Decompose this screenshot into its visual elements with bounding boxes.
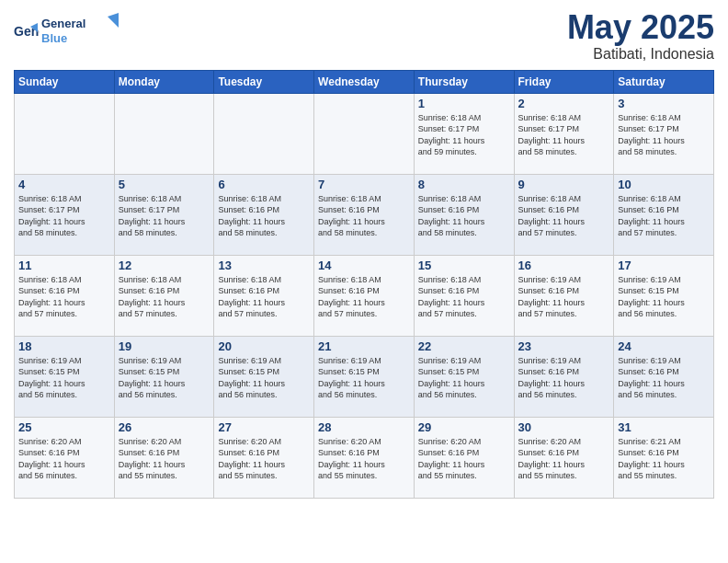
day-number: 17 [618, 259, 710, 272]
day-info: Sunrise: 6:18 AM Sunset: 6:17 PM Dayligh… [618, 112, 710, 158]
day-info: Sunrise: 6:18 AM Sunset: 6:16 PM Dayligh… [18, 274, 110, 320]
table-row [114, 93, 214, 174]
table-row: 3Sunrise: 6:18 AM Sunset: 6:17 PM Daylig… [614, 93, 714, 174]
col-monday: Monday [114, 70, 214, 93]
day-info: Sunrise: 6:18 AM Sunset: 6:16 PM Dayligh… [618, 193, 710, 239]
table-row: 27Sunrise: 6:20 AM Sunset: 6:16 PM Dayli… [214, 417, 314, 498]
day-number: 7 [318, 178, 410, 191]
day-info: Sunrise: 6:19 AM Sunset: 6:15 PM Dayligh… [218, 355, 310, 401]
table-row: 12Sunrise: 6:18 AM Sunset: 6:16 PM Dayli… [114, 255, 214, 336]
day-number: 22 [418, 339, 510, 353]
day-info: Sunrise: 6:18 AM Sunset: 6:16 PM Dayligh… [418, 274, 510, 320]
day-number: 29 [418, 420, 510, 434]
table-row: 20Sunrise: 6:19 AM Sunset: 6:15 PM Dayli… [214, 336, 314, 417]
table-row: 7Sunrise: 6:18 AM Sunset: 6:16 PM Daylig… [314, 174, 415, 255]
day-number: 12 [119, 259, 210, 272]
day-info: Sunrise: 6:18 AM Sunset: 6:16 PM Dayligh… [318, 274, 410, 320]
header: General General Blue May 2025 Batibati, … [14, 9, 714, 63]
day-info: Sunrise: 6:20 AM Sunset: 6:16 PM Dayligh… [418, 436, 510, 482]
table-row: 18Sunrise: 6:19 AM Sunset: 6:15 PM Dayli… [15, 336, 115, 417]
day-number: 3 [618, 97, 710, 110]
table-row: 4Sunrise: 6:18 AM Sunset: 6:17 PM Daylig… [15, 174, 115, 255]
day-number: 27 [218, 420, 310, 434]
day-number: 30 [518, 420, 610, 434]
table-row: 28Sunrise: 6:20 AM Sunset: 6:16 PM Dayli… [314, 417, 415, 498]
table-row: 21Sunrise: 6:19 AM Sunset: 6:15 PM Dayli… [314, 336, 415, 417]
day-number: 28 [318, 420, 410, 434]
week-row-1: 1Sunrise: 6:18 AM Sunset: 6:17 PM Daylig… [15, 93, 714, 174]
day-number: 13 [218, 259, 310, 272]
day-number: 4 [18, 178, 110, 191]
table-row: 11Sunrise: 6:18 AM Sunset: 6:16 PM Dayli… [15, 255, 115, 336]
table-row: 17Sunrise: 6:19 AM Sunset: 6:15 PM Dayli… [614, 255, 714, 336]
table-row: 8Sunrise: 6:18 AM Sunset: 6:16 PM Daylig… [414, 174, 514, 255]
table-row [314, 93, 415, 174]
svg-text:General: General [41, 17, 85, 30]
svg-marker-4 [108, 13, 119, 28]
day-number: 10 [618, 178, 710, 191]
calendar-body: 1Sunrise: 6:18 AM Sunset: 6:17 PM Daylig… [15, 93, 714, 498]
day-info: Sunrise: 6:19 AM Sunset: 6:16 PM Dayligh… [518, 355, 610, 401]
table-row: 30Sunrise: 6:20 AM Sunset: 6:16 PM Dayli… [514, 417, 614, 498]
day-info: Sunrise: 6:18 AM Sunset: 6:16 PM Dayligh… [218, 193, 310, 239]
day-info: Sunrise: 6:19 AM Sunset: 6:15 PM Dayligh… [418, 355, 510, 401]
logo: General General Blue [14, 13, 124, 52]
table-row: 29Sunrise: 6:20 AM Sunset: 6:16 PM Dayli… [414, 417, 514, 498]
col-tuesday: Tuesday [214, 70, 314, 93]
day-info: Sunrise: 6:19 AM Sunset: 6:16 PM Dayligh… [518, 274, 610, 320]
day-info: Sunrise: 6:18 AM Sunset: 6:17 PM Dayligh… [18, 193, 110, 239]
table-row: 25Sunrise: 6:20 AM Sunset: 6:16 PM Dayli… [15, 417, 115, 498]
day-info: Sunrise: 6:18 AM Sunset: 6:17 PM Dayligh… [119, 193, 210, 239]
week-row-4: 18Sunrise: 6:19 AM Sunset: 6:15 PM Dayli… [15, 336, 714, 417]
day-info: Sunrise: 6:20 AM Sunset: 6:16 PM Dayligh… [218, 436, 310, 482]
table-row: 13Sunrise: 6:18 AM Sunset: 6:16 PM Dayli… [214, 255, 314, 336]
day-number: 9 [518, 178, 610, 191]
day-number: 5 [119, 178, 210, 191]
table-row: 26Sunrise: 6:20 AM Sunset: 6:16 PM Dayli… [114, 417, 214, 498]
day-info: Sunrise: 6:18 AM Sunset: 6:17 PM Dayligh… [418, 112, 510, 158]
main-container: General General Blue May 2025 Batibati, … [0, 0, 728, 503]
calendar-table: Sunday Monday Tuesday Wednesday Thursday… [14, 70, 714, 499]
day-number: 31 [618, 420, 710, 434]
table-row: 6Sunrise: 6:18 AM Sunset: 6:16 PM Daylig… [214, 174, 314, 255]
day-info: Sunrise: 6:19 AM Sunset: 6:16 PM Dayligh… [618, 355, 710, 401]
week-row-2: 4Sunrise: 6:18 AM Sunset: 6:17 PM Daylig… [15, 174, 714, 255]
table-row: 23Sunrise: 6:19 AM Sunset: 6:16 PM Dayli… [514, 336, 614, 417]
day-number: 6 [218, 178, 310, 191]
table-row: 15Sunrise: 6:18 AM Sunset: 6:16 PM Dayli… [414, 255, 514, 336]
col-wednesday: Wednesday [314, 70, 415, 93]
day-number: 18 [18, 339, 110, 353]
col-saturday: Saturday [614, 70, 714, 93]
day-info: Sunrise: 6:18 AM Sunset: 6:16 PM Dayligh… [119, 274, 210, 320]
col-sunday: Sunday [15, 70, 115, 93]
day-number: 14 [318, 259, 410, 272]
title-block: May 2025 Batibati, Indonesia [567, 9, 714, 63]
table-row: 16Sunrise: 6:19 AM Sunset: 6:16 PM Dayli… [514, 255, 614, 336]
month-title: May 2025 [567, 9, 714, 46]
day-info: Sunrise: 6:20 AM Sunset: 6:16 PM Dayligh… [18, 436, 110, 482]
col-friday: Friday [514, 70, 614, 93]
svg-text:Blue: Blue [41, 31, 67, 45]
day-number: 25 [18, 420, 110, 434]
day-number: 11 [18, 259, 110, 272]
day-number: 2 [518, 97, 610, 110]
day-number: 19 [119, 339, 210, 353]
week-row-5: 25Sunrise: 6:20 AM Sunset: 6:16 PM Dayli… [15, 417, 714, 498]
day-info: Sunrise: 6:18 AM Sunset: 6:16 PM Dayligh… [518, 193, 610, 239]
day-info: Sunrise: 6:20 AM Sunset: 6:16 PM Dayligh… [119, 436, 210, 482]
day-info: Sunrise: 6:18 AM Sunset: 6:17 PM Dayligh… [518, 112, 610, 158]
calendar-header-row: Sunday Monday Tuesday Wednesday Thursday… [15, 70, 714, 93]
day-info: Sunrise: 6:19 AM Sunset: 6:15 PM Dayligh… [119, 355, 210, 401]
day-number: 26 [119, 420, 210, 434]
day-info: Sunrise: 6:21 AM Sunset: 6:16 PM Dayligh… [618, 436, 710, 482]
day-number: 21 [318, 339, 410, 353]
table-row: 14Sunrise: 6:18 AM Sunset: 6:16 PM Dayli… [314, 255, 415, 336]
day-info: Sunrise: 6:18 AM Sunset: 6:16 PM Dayligh… [218, 274, 310, 320]
day-info: Sunrise: 6:19 AM Sunset: 6:15 PM Dayligh… [18, 355, 110, 401]
day-info: Sunrise: 6:19 AM Sunset: 6:15 PM Dayligh… [618, 274, 710, 320]
day-number: 24 [618, 339, 710, 353]
col-thursday: Thursday [414, 70, 514, 93]
week-row-3: 11Sunrise: 6:18 AM Sunset: 6:16 PM Dayli… [15, 255, 714, 336]
table-row: 24Sunrise: 6:19 AM Sunset: 6:16 PM Dayli… [614, 336, 714, 417]
day-info: Sunrise: 6:18 AM Sunset: 6:16 PM Dayligh… [318, 193, 410, 239]
